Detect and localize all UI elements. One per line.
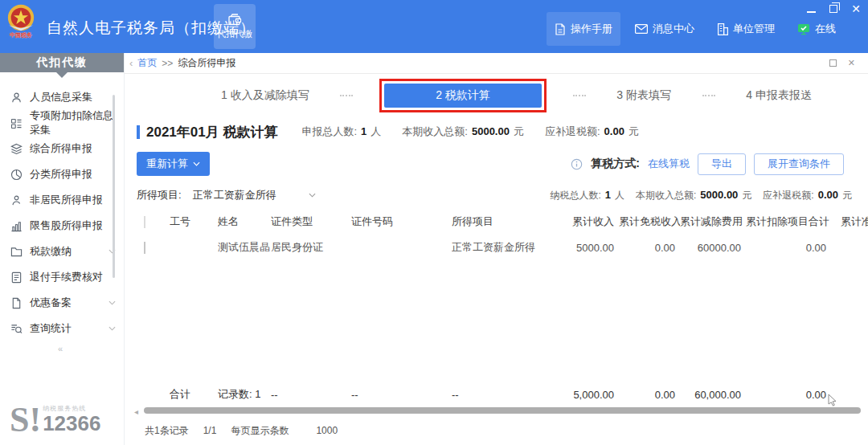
stat-tax-due: 应补退税额:0.00元 xyxy=(545,125,639,139)
totals-cum-income: 5,000.00 xyxy=(564,389,619,401)
document-icon xyxy=(10,297,23,309)
building-icon xyxy=(717,23,728,35)
horizontal-scrollbar: ◂ xyxy=(125,406,868,416)
nav-online-status[interactable]: 在线 xyxy=(789,12,844,46)
tax-emblem-icon xyxy=(6,2,36,33)
totals-cum-deduct-total: 0.00 xyxy=(746,389,831,401)
sidebar-item-label: 查询统计 xyxy=(30,321,72,336)
breadcrumb-separator: >> xyxy=(162,58,173,69)
sidebar-item-tax-payment[interactable]: 税款缴纳 xyxy=(0,239,124,264)
cell-cum-income: 5000.00 xyxy=(564,242,619,254)
manual-icon xyxy=(555,23,566,35)
sidebar-item-personnel-info[interactable]: 人员信息采集 xyxy=(0,84,124,110)
nav-org-management[interactable]: 单位管理 xyxy=(709,12,783,46)
app-header: 中国税务 自然人电子税务局（扣缴端） 代扣代缴 操作手册 消息中心 xyxy=(0,0,868,53)
header-nav: 操作手册 消息中心 单位管理 在线 xyxy=(547,11,844,47)
step-1-income[interactable]: 1 收入及减除填写 xyxy=(221,88,309,103)
sidebar-item-restricted-shares[interactable]: 限售股所得申报 xyxy=(0,213,124,239)
scroll-left-arrow-icon[interactable]: ◂ xyxy=(134,407,138,416)
cell-cum-taxfree: 0.00 xyxy=(619,242,680,254)
step-separator xyxy=(573,95,586,96)
document-lines-icon xyxy=(10,271,23,284)
step-wizard: 1 收入及减除填写 2 税款计算 3 附表填写 4 申报表报送 xyxy=(125,74,868,117)
sidebar-collapse-button[interactable]: « xyxy=(58,344,63,353)
minimize-button[interactable] xyxy=(805,3,817,14)
folder-icon xyxy=(10,246,23,258)
sidebar-item-nonresident-income[interactable]: 非居民所得申报 xyxy=(0,187,124,213)
col-employee-id: 工号 xyxy=(170,214,218,229)
sidebar-item-comprehensive-income[interactable]: 综合所得申报 xyxy=(0,136,124,161)
col-cum-deduction: 累计减除费用 xyxy=(680,214,746,229)
sidebar-item-label: 优惠备案 xyxy=(30,296,72,310)
totals-records: 记录数: 1 xyxy=(218,387,271,402)
sidebar-scrollbar[interactable] xyxy=(113,95,115,278)
table-totals-row: 合计 记录数: 1 -- -- -- 5,000.00 0.00 60,000.… xyxy=(125,382,868,406)
totals-label: 合计 xyxy=(170,387,218,402)
pane-close-icon[interactable]: ✕ xyxy=(848,58,855,68)
recalculate-button[interactable]: 重新计算 xyxy=(137,152,210,176)
sidebar-item-label: 限售股所得申报 xyxy=(30,218,103,233)
tax-emblem-logo: 中国税务 xyxy=(3,2,39,51)
cell-cum-deduct-total: 0.00 xyxy=(746,242,831,254)
table-header: 工号 姓名 证件类型 证件号码 所得项目 累计收入 累计免税收入 累计减除费用 … xyxy=(125,209,868,235)
calc-mode-value[interactable]: 在线算税 xyxy=(648,157,690,171)
totals-cum-deduction: 60,000.00 xyxy=(680,389,746,401)
export-button[interactable]: 导出 xyxy=(698,153,746,175)
close-button[interactable]: ✕ xyxy=(850,3,862,14)
pagination-bar: 共1条记录 1/1 每页显示条数 1000 xyxy=(125,416,868,445)
nav-manual[interactable]: 操作手册 xyxy=(547,12,620,46)
stat-period-income: 本期收入总额:5000.00元 xyxy=(402,125,524,139)
sidebar-item-label: 退付手续费核对 xyxy=(30,270,103,284)
page-title: 2021年01月 税款计算 xyxy=(146,123,277,141)
step-4-submit[interactable]: 4 申报表报送 xyxy=(746,88,812,103)
maximize-button[interactable] xyxy=(828,3,839,14)
col-cert-number: 证件号码 xyxy=(351,214,452,229)
sidebar: 代扣代缴 人员信息采集 专项附加扣除信息采集 综合所得申报 分类所得申报 非居民… xyxy=(0,53,125,445)
sidebar-item-label: 综合所得申报 xyxy=(30,141,92,156)
bar-chart-icon xyxy=(10,220,23,232)
sidebar-item-label: 分类所得申报 xyxy=(30,167,92,182)
summary-bar: 2021年01月 税款计算 申报总人数:1人 本期收入总额:5000.00元 应… xyxy=(125,117,868,146)
title-accent-bar xyxy=(137,125,140,139)
sidebar-item-fee-refund-check[interactable]: 退付手续费核对 xyxy=(0,264,124,290)
per-page-label: 每页显示条数 xyxy=(231,424,289,438)
step-2-tax-calculation[interactable]: 2 税款计算 xyxy=(384,84,542,108)
person-icon xyxy=(10,92,23,104)
pane-maximize-icon[interactable] xyxy=(829,59,837,67)
chevron-down-icon xyxy=(309,193,316,198)
nav-message-center[interactable]: 消息中心 xyxy=(627,12,702,46)
record-count: 共1条记录 xyxy=(145,424,189,438)
step-separator xyxy=(702,95,715,96)
income-item-select[interactable]: 正常工资薪金所得 xyxy=(193,188,316,202)
col-cum-deduct-total: 累计扣除项目合计 xyxy=(746,214,831,229)
step-separator xyxy=(340,95,353,96)
layers-icon xyxy=(10,143,23,155)
per-page-select[interactable]: 1000 xyxy=(316,425,338,436)
sidebar-item-query-statistics[interactable]: 查询统计 xyxy=(0,316,124,341)
sidebar-item-special-deduction[interactable]: 专项附加扣除信息采集 xyxy=(0,110,124,136)
select-all-checkbox[interactable] xyxy=(144,216,145,228)
breadcrumb-current: 综合所得申报 xyxy=(178,56,235,70)
col-cum-truncated: 累计准 xyxy=(831,214,868,229)
totals-dash: -- xyxy=(271,389,351,401)
module-tab-withholding[interactable]: 代扣代缴 xyxy=(214,4,256,49)
scrollbar-thumb[interactable] xyxy=(144,407,861,414)
sidebar-item-classified-income[interactable]: 分类所得申报 xyxy=(0,161,124,187)
info-icon xyxy=(571,158,583,170)
hotline-number: 12366 xyxy=(43,413,100,434)
breadcrumb-home[interactable]: 首页 xyxy=(137,56,157,70)
table-row[interactable]: 测试伍晨晶 居民身份证 正常工资薪金所得 5000.00 0.00 60000.… xyxy=(125,235,868,260)
back-arrow-icon[interactable]: ‹ xyxy=(129,57,133,69)
income-item-value: 正常工资薪金所得 xyxy=(193,188,276,202)
col-cum-income: 累计收入 xyxy=(564,214,619,229)
stat-filter-income: 本期收入总额:5000.00元 xyxy=(636,189,751,202)
cell-income-item: 正常工资薪金所得 xyxy=(452,240,564,255)
income-item-label: 所得项目: xyxy=(137,188,182,202)
col-name: 姓名 xyxy=(218,214,271,229)
stat-taxpayer-count: 纳税总人数:1人 xyxy=(550,189,624,202)
row-checkbox[interactable] xyxy=(144,242,145,254)
recalculate-label: 重新计算 xyxy=(146,157,188,171)
sidebar-item-preferential-filing[interactable]: 优惠备案 xyxy=(0,290,124,316)
expand-query-button[interactable]: 展开查询条件 xyxy=(754,153,844,175)
step-3-schedules[interactable]: 3 附表填写 xyxy=(616,88,671,103)
